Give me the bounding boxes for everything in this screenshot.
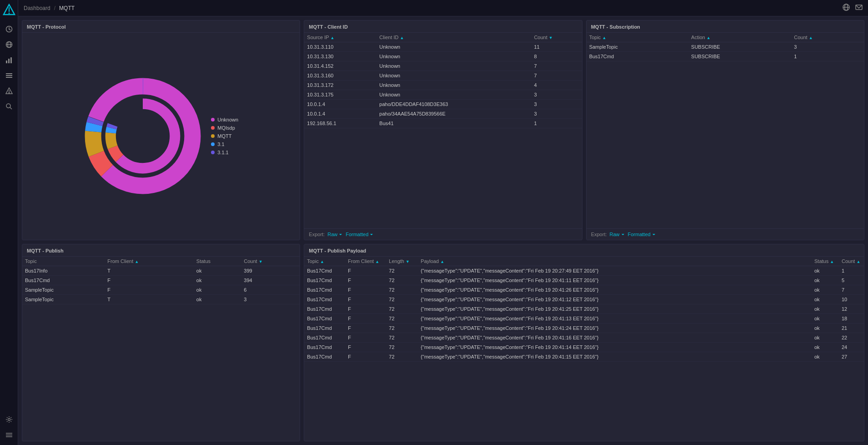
table-row: Bus17CmdF72{"messageType":"UPDATE","mess… bbox=[304, 275, 864, 285]
sidebar-item-search[interactable] bbox=[3, 100, 15, 113]
table-row: SampleTopicTok3 bbox=[22, 294, 300, 304]
subscription-panel-title: MQTT - Subscription bbox=[587, 20, 864, 33]
publish-table-container: Topic From Client ▲ Status Count ▼ Bus17… bbox=[22, 257, 300, 441]
sidebar bbox=[0, 0, 18, 445]
legend-311: 3.1.1 bbox=[211, 150, 238, 155]
payload-panel: MQTT - Publish Payload Topic ▲ From Clie… bbox=[304, 244, 864, 442]
sidebar-item-chart[interactable] bbox=[3, 54, 15, 66]
sub-col-topic[interactable]: Topic ▲ bbox=[587, 33, 688, 42]
sub-col-action[interactable]: Action ▲ bbox=[688, 33, 791, 42]
legend-label-unknown: Unknown bbox=[217, 117, 238, 122]
col-client-id[interactable]: Client ID ▲ bbox=[376, 33, 531, 42]
legend-mqisdp: MQIsdp bbox=[211, 125, 238, 131]
sidebar-item-alert[interactable] bbox=[3, 85, 15, 97]
breadcrumb-dashboard[interactable]: Dashboard bbox=[24, 5, 50, 11]
protocol-chart-container: Unknown MQIsdp MQTT 3.1 3.1.1 bbox=[22, 33, 300, 240]
pay-col-count[interactable]: Count ▲ bbox=[839, 257, 864, 266]
clientid-export-raw[interactable]: Raw bbox=[327, 232, 343, 237]
table-row: Bus17CmdF72{"messageType":"UPDATE","mess… bbox=[304, 323, 864, 333]
clientid-export-formatted[interactable]: Formatted bbox=[346, 232, 374, 237]
table-row: 10.31.3.172Unknown4 bbox=[304, 81, 582, 90]
clientid-table-container: Source IP ▲ Client ID ▲ Count ▼ 10.31.3.… bbox=[304, 33, 582, 228]
sidebar-item-globe[interactable] bbox=[3, 38, 15, 51]
legend-unknown: Unknown bbox=[211, 117, 238, 122]
table-row: Bus17CmdSUBSCRIBE1 bbox=[587, 52, 864, 61]
clientid-export-raw-text: Raw bbox=[327, 232, 337, 237]
table-row: Bus17InfoTok399 bbox=[22, 266, 300, 275]
publish-header-row: Topic From Client ▲ Status Count ▼ bbox=[22, 257, 300, 266]
legend-label-mqisdp: MQIsdp bbox=[217, 125, 235, 131]
table-row: 10.31.4.152Unknown7 bbox=[304, 61, 582, 71]
subscription-table-container: Topic ▲ Action ▲ Count ▲ SampleTopicSUBS… bbox=[587, 33, 864, 228]
clientid-export-row: Export: Raw Formatted bbox=[304, 228, 582, 240]
legend-31: 3.1 bbox=[211, 142, 238, 147]
table-row: SampleTopicFok6 bbox=[22, 285, 300, 294]
pub-col-topic[interactable]: Topic bbox=[22, 257, 105, 266]
svg-rect-12 bbox=[6, 73, 12, 74]
svg-rect-9 bbox=[6, 61, 7, 63]
svg-point-20 bbox=[8, 419, 10, 421]
pub-col-count[interactable]: Count ▼ bbox=[241, 257, 300, 266]
breadcrumb-separator: / bbox=[54, 5, 55, 11]
table-row: Bus17CmdF72{"messageType":"UPDATE","mess… bbox=[304, 304, 864, 314]
table-row: Bus17CmdFok394 bbox=[22, 275, 300, 285]
svg-rect-13 bbox=[6, 75, 12, 76]
table-row: 192.168.56.1Bus411 bbox=[304, 119, 582, 128]
pub-col-fromclient[interactable]: From Client ▲ bbox=[105, 257, 193, 266]
table-row: 10.31.3.110Unknown11 bbox=[304, 42, 582, 52]
legend-dot-311 bbox=[211, 151, 215, 154]
sub-col-count[interactable]: Count ▲ bbox=[791, 33, 864, 42]
table-row: Bus17CmdF72{"messageType":"UPDATE","mess… bbox=[304, 342, 864, 352]
topbar: Dashboard / MQTT bbox=[18, 0, 868, 16]
protocol-donut-chart bbox=[84, 77, 202, 195]
legend-dot-mqisdp bbox=[211, 126, 215, 130]
table-row: Bus17CmdF72{"messageType":"UPDATE","mess… bbox=[304, 294, 864, 304]
app-logo bbox=[3, 4, 15, 16]
svg-point-17 bbox=[9, 92, 10, 93]
table-row: Bus17CmdF72{"messageType":"UPDATE","mess… bbox=[304, 285, 864, 294]
svg-rect-14 bbox=[6, 77, 12, 78]
table-row: 10.0.1.4paho/DDE4DDAF4108D3E3633 bbox=[304, 100, 582, 109]
clientid-panel: MQTT - Client ID Source IP ▲ Client ID ▲… bbox=[304, 20, 582, 240]
pay-col-status[interactable]: Status ▲ bbox=[812, 257, 839, 266]
clientid-panel-title: MQTT - Client ID bbox=[304, 20, 582, 33]
svg-rect-23 bbox=[6, 436, 12, 437]
topbar-actions bbox=[843, 4, 863, 12]
sidebar-item-clock[interactable] bbox=[3, 23, 15, 35]
svg-rect-22 bbox=[6, 435, 12, 435]
pay-col-payload[interactable]: Payload ▲ bbox=[418, 257, 812, 266]
sidebar-item-list[interactable] bbox=[3, 69, 15, 82]
subscription-export-formatted-text: Formatted bbox=[628, 232, 651, 237]
svg-line-5 bbox=[9, 30, 10, 30]
subscription-export-row: Export: Raw Formatted bbox=[587, 228, 864, 240]
payload-table-container: Topic ▲ From Client ▲ Length ▼ Payload ▲… bbox=[304, 257, 864, 441]
table-row: Bus17CmdF72{"messageType":"UPDATE","mess… bbox=[304, 314, 864, 323]
table-row: 10.31.3.160Unknown7 bbox=[304, 71, 582, 81]
subscription-export-formatted[interactable]: Formatted bbox=[628, 232, 656, 237]
main-content: MQTT - Protocol bbox=[18, 16, 868, 445]
subscription-export-raw[interactable]: Raw bbox=[610, 232, 625, 237]
sidebar-item-menu[interactable] bbox=[3, 429, 15, 441]
legend-mqtt: MQTT bbox=[211, 133, 238, 139]
subscription-table: Topic ▲ Action ▲ Count ▲ SampleTopicSUBS… bbox=[587, 33, 864, 61]
table-row: Bus17CmdF72{"messageType":"UPDATE","mess… bbox=[304, 266, 864, 275]
legend-label-mqtt: MQTT bbox=[217, 133, 231, 139]
pay-col-length[interactable]: Length ▼ bbox=[386, 257, 418, 266]
pay-col-fromclient[interactable]: From Client ▲ bbox=[345, 257, 386, 266]
svg-rect-10 bbox=[8, 59, 10, 63]
protocol-legend: Unknown MQIsdp MQTT 3.1 3.1.1 bbox=[211, 117, 238, 155]
publish-panel: MQTT - Publish Topic From Client ▲ Statu… bbox=[22, 244, 300, 442]
svg-point-2 bbox=[8, 13, 10, 14]
pub-col-status[interactable]: Status bbox=[194, 257, 241, 266]
svg-rect-11 bbox=[10, 57, 12, 63]
clientid-export-label: Export: bbox=[309, 232, 325, 237]
subscription-export-label: Export: bbox=[591, 232, 607, 237]
legend-dot-31 bbox=[211, 142, 215, 146]
mail-icon[interactable] bbox=[855, 4, 863, 12]
svg-line-19 bbox=[10, 107, 12, 109]
col-source-ip[interactable]: Source IP ▲ bbox=[304, 33, 376, 42]
network-icon[interactable] bbox=[843, 4, 850, 12]
pay-col-topic[interactable]: Topic ▲ bbox=[304, 257, 345, 266]
sidebar-item-settings[interactable] bbox=[3, 413, 15, 426]
col-count[interactable]: Count ▼ bbox=[531, 33, 582, 42]
